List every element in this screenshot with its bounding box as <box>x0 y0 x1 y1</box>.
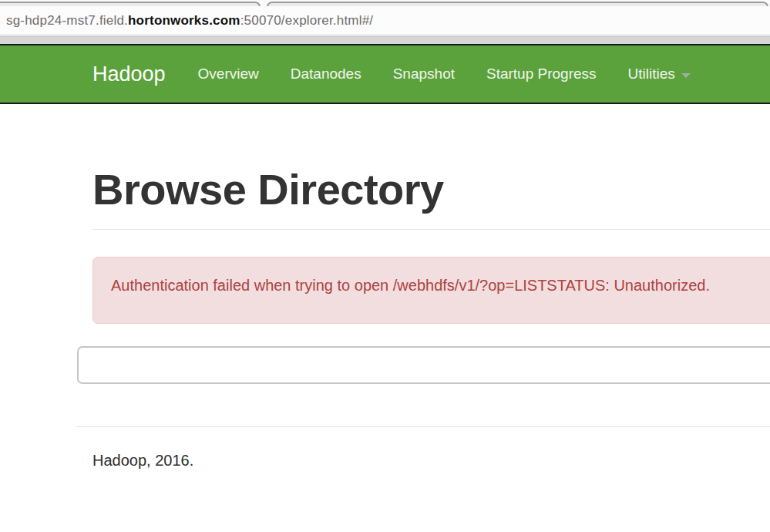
footer-text: Hadoop, 2016. <box>92 452 193 470</box>
directory-path-input[interactable] <box>77 346 770 384</box>
browser-tab-strip <box>0 0 770 6</box>
url-prefix: sg-hdp24-mst7.field. <box>6 13 128 28</box>
page-title: Browse Directory <box>92 166 444 214</box>
navbar-brand-hadoop[interactable]: Hadoop <box>92 62 166 86</box>
auth-error-alert: Authentication failed when trying to ope… <box>92 257 770 324</box>
nav-item-utilities-dropdown[interactable]: Utilities <box>628 66 691 82</box>
caret-down-icon <box>681 73 691 78</box>
nav-item-startup-progress[interactable]: Startup Progress <box>486 66 597 82</box>
hadoop-navbar: Hadoop Overview Datanodes Snapshot Start… <box>0 44 770 104</box>
url-domain: hortonworks.com <box>128 13 240 28</box>
browser-favorites-strip <box>0 36 770 44</box>
url-text: sg-hdp24-mst7.field.hortonworks.com:5007… <box>6 13 373 29</box>
nav-item-datanodes[interactable]: Datanodes <box>291 66 361 82</box>
hadoop-explorer-page: { "browser": { "url_prefix": "sg-hdp24-m… <box>0 0 770 532</box>
title-divider <box>92 229 770 230</box>
url-suffix: :50070/explorer.html#/ <box>240 13 374 28</box>
browser-address-bar[interactable]: sg-hdp24-mst7.field.hortonworks.com:5007… <box>0 6 770 35</box>
auth-error-message: Authentication failed when trying to ope… <box>111 277 710 294</box>
nav-item-snapshot[interactable]: Snapshot <box>393 66 455 82</box>
footer-divider <box>76 426 770 427</box>
nav-item-utilities-label: Utilities <box>628 66 675 82</box>
nav-item-overview[interactable]: Overview <box>198 66 259 82</box>
